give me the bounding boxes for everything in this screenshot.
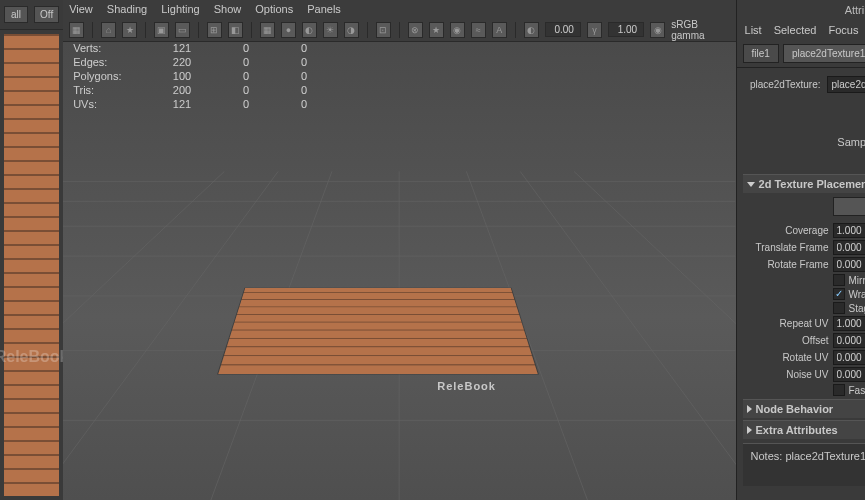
attribute-editor: Attribute Editor List Selected Focus Att… xyxy=(736,0,865,500)
tool-shadow-icon[interactable]: ◑ xyxy=(344,22,359,38)
menu-shading[interactable]: Shading xyxy=(107,3,147,15)
tool-light-icon[interactable]: ☀ xyxy=(323,22,338,38)
coverage-label: Coverage xyxy=(743,225,829,236)
menu-lighting[interactable]: Lighting xyxy=(161,3,200,15)
svg-line-12 xyxy=(520,171,735,500)
left-top-bar: all Off xyxy=(0,0,63,30)
mirror-u-label: Mirror U xyxy=(849,275,865,286)
tool-xray-icon[interactable]: ⊗ xyxy=(408,22,423,38)
viewport-toolbar: ▦ ⌂ ★ ▣ ▭ ⊞ ◧ ▦ ● ◐ ☀ ◑ ⊡ ⊗ ★ ◉ ≈ A ◐ 0.… xyxy=(63,18,735,42)
tool-bookmark-icon[interactable]: ★ xyxy=(122,22,137,38)
tool-shaded-icon[interactable]: ● xyxy=(281,22,296,38)
menu-options[interactable]: Options xyxy=(255,3,293,15)
ae-menu-list[interactable]: List xyxy=(745,24,762,36)
notes-node-name: place2dTexture1 xyxy=(785,450,865,462)
fast-label: Fast xyxy=(849,385,865,396)
tool-camera-icon[interactable]: ⌂ xyxy=(101,22,116,38)
viewport-panel: View Shading Lighting Show Options Panel… xyxy=(63,0,735,500)
repeat-u-field[interactable] xyxy=(833,316,865,331)
tool-toggle-icon[interactable]: ◧ xyxy=(228,22,243,38)
attribute-editor-tabs: file1 place2dTexture1 xyxy=(737,40,865,68)
wrap-u-label: Wrap U xyxy=(849,289,865,300)
menu-panels[interactable]: Panels xyxy=(307,3,341,15)
attribute-editor-title: Attribute Editor xyxy=(737,0,865,20)
textured-plane[interactable] xyxy=(218,288,537,374)
menu-show[interactable]: Show xyxy=(214,3,242,15)
noise-u-field[interactable] xyxy=(833,367,865,382)
tool-ao-icon[interactable]: ◉ xyxy=(450,22,465,38)
rotate-frame-field[interactable] xyxy=(833,257,865,272)
tool-wireframe-icon[interactable]: ▦ xyxy=(260,22,275,38)
gamma-field[interactable]: 1.00 xyxy=(608,22,644,37)
translate-frame-label: Translate Frame xyxy=(743,242,829,253)
fast-checkbox[interactable] xyxy=(833,384,845,396)
chevron-right-icon xyxy=(747,405,752,413)
hud-uvs-label: UVs: xyxy=(73,98,133,110)
viewport-hud: Verts:12100 Edges:22000 Polygons:10000 T… xyxy=(73,42,307,112)
exposure-field[interactable]: 0.00 xyxy=(545,22,581,37)
chevron-down-icon xyxy=(747,182,755,187)
stagger-checkbox[interactable] xyxy=(833,302,845,314)
notes-label: Notes: xyxy=(751,450,783,462)
left-off-button[interactable]: Off xyxy=(34,6,59,23)
node-name-field[interactable] xyxy=(827,76,865,93)
ae-menu-selected[interactable]: Selected xyxy=(774,24,817,36)
coverage-u-field[interactable] xyxy=(833,223,865,238)
svg-line-10 xyxy=(63,171,224,500)
wrap-u-checkbox[interactable] xyxy=(833,288,845,300)
ae-menu-focus[interactable]: Focus xyxy=(828,24,858,36)
left-all-button[interactable]: all xyxy=(4,6,28,23)
tab-file1[interactable]: file1 xyxy=(743,44,779,63)
attribute-editor-menu: List Selected Focus Attributes Show TURT… xyxy=(737,20,865,40)
tool-plane-icon[interactable]: ▭ xyxy=(175,22,190,38)
hud-polys-label: Polygons: xyxy=(73,70,133,82)
hud-tris-label: Tris: xyxy=(73,84,133,96)
offset-label: Offset xyxy=(743,335,829,346)
stagger-label: Stagger xyxy=(849,303,865,314)
left-panel: all Off ReleBook xyxy=(0,0,63,500)
repeat-uv-label: Repeat UV xyxy=(743,318,829,329)
svg-line-13 xyxy=(574,171,735,500)
mirror-u-checkbox[interactable] xyxy=(833,274,845,286)
tool-grid-icon[interactable]: ⊞ xyxy=(207,22,222,38)
tool-exposure-icon[interactable]: ◐ xyxy=(524,22,539,38)
tool-select-icon[interactable]: ▦ xyxy=(69,22,84,38)
tool-aa-icon[interactable]: A xyxy=(492,22,507,38)
section-node-behavior[interactable]: Node Behavior xyxy=(743,399,865,418)
offset-u-field[interactable] xyxy=(833,333,865,348)
tool-isolate-icon[interactable]: ⊡ xyxy=(376,22,391,38)
noise-uv-label: Noise UV xyxy=(743,369,829,380)
sample-label: Sample xyxy=(837,136,865,148)
attribute-editor-body: place2dTexture: Focus Presets Show Hide … xyxy=(737,68,865,500)
rotate-frame-label: Rotate Frame xyxy=(743,259,829,270)
rotate-uv-label: Rotate UV xyxy=(743,352,829,363)
tab-place2dtexture[interactable]: place2dTexture1 xyxy=(783,44,865,63)
chevron-right-icon xyxy=(747,426,752,434)
interactive-placement-button[interactable]: Interactive Placement xyxy=(833,197,865,216)
menu-view[interactable]: View xyxy=(69,3,93,15)
hud-edges-label: Edges: xyxy=(73,56,133,68)
section-2d-placement[interactable]: 2d Texture Placement Attributes xyxy=(743,174,865,193)
section-extra-attributes[interactable]: Extra Attributes xyxy=(743,420,865,439)
node-type-label: place2dTexture: xyxy=(743,79,821,90)
hud-verts-label: Verts: xyxy=(73,42,133,54)
tool-image-icon[interactable]: ▣ xyxy=(154,22,169,38)
rotate-uv-field[interactable] xyxy=(833,350,865,365)
texture-preview[interactable]: ReleBook xyxy=(4,34,59,496)
tool-colorspace-icon[interactable]: ◉ xyxy=(650,22,665,38)
notes-section: Notes: place2dTexture1 xyxy=(743,443,865,486)
tool-textured-icon[interactable]: ◐ xyxy=(302,22,317,38)
translate-u-field[interactable] xyxy=(833,240,865,255)
tool-gamma-icon[interactable]: γ xyxy=(587,22,602,38)
watermark-text: ReleBook xyxy=(0,348,68,366)
tool-motion-icon[interactable]: ≈ xyxy=(471,22,486,38)
viewport-menu-bar: View Shading Lighting Show Options Panel… xyxy=(63,0,735,18)
colorspace-label[interactable]: sRGB gamma xyxy=(671,19,729,41)
tool-hq-icon[interactable]: ★ xyxy=(429,22,444,38)
